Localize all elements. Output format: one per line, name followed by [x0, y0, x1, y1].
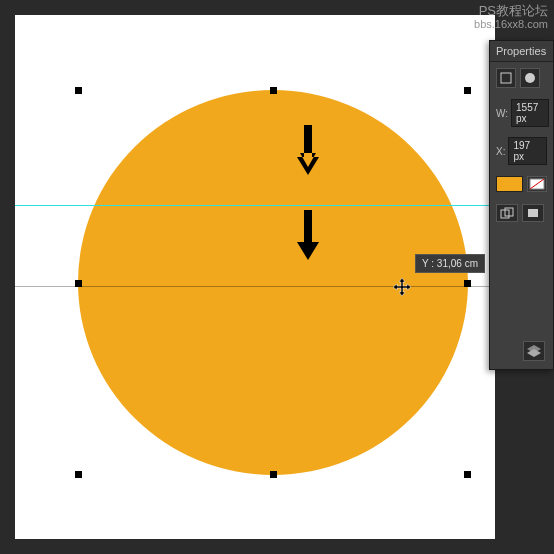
transform-handle[interactable]	[464, 87, 471, 94]
tooltip-label: Y : 31,06 cm	[422, 258, 478, 269]
horizontal-guide-dragging[interactable]	[15, 286, 495, 287]
path-arrange-button[interactable]	[522, 204, 544, 222]
mask-icon[interactable]	[520, 68, 540, 88]
layers-icon[interactable]	[523, 341, 545, 361]
svg-rect-0	[501, 73, 511, 83]
width-row: W: 1557 px	[490, 94, 553, 132]
x-row: X: 197 px	[490, 132, 553, 170]
fill-row	[490, 170, 553, 198]
properties-panel[interactable]: Properties W: 1557 px X: 197 px	[489, 40, 554, 370]
move-cursor-icon	[393, 278, 411, 300]
panel-title: Properties	[490, 41, 553, 62]
position-tooltip: Y : 31,06 cm	[415, 254, 485, 273]
transform-handle[interactable]	[75, 471, 82, 478]
canvas[interactable]: Y : 31,06 cm	[15, 15, 495, 539]
panel-mode-icons	[490, 62, 553, 94]
arrow-down-icon	[295, 210, 325, 265]
width-label: W:	[496, 108, 508, 119]
stroke-swatch[interactable]	[527, 176, 547, 192]
transform-handle[interactable]	[75, 87, 82, 94]
x-value[interactable]: 197 px	[508, 137, 547, 165]
width-value[interactable]: 1557 px	[511, 99, 549, 127]
svg-point-1	[525, 73, 535, 83]
live-shape-icon[interactable]	[496, 68, 516, 88]
watermark-url: bbs.16xx8.com	[474, 18, 548, 30]
x-label: X:	[496, 146, 505, 157]
path-align-button[interactable]	[496, 204, 518, 222]
path-ops-row	[490, 198, 553, 228]
svg-rect-6	[528, 209, 538, 217]
horizontal-guide[interactable]	[15, 205, 495, 206]
fill-color-swatch[interactable]	[496, 176, 523, 192]
workspace: Y : 31,06 cm PS教程论坛 bbs.16xx8.com Proper…	[0, 0, 554, 554]
transform-handle[interactable]	[464, 471, 471, 478]
arrow-down-icon	[295, 125, 325, 180]
